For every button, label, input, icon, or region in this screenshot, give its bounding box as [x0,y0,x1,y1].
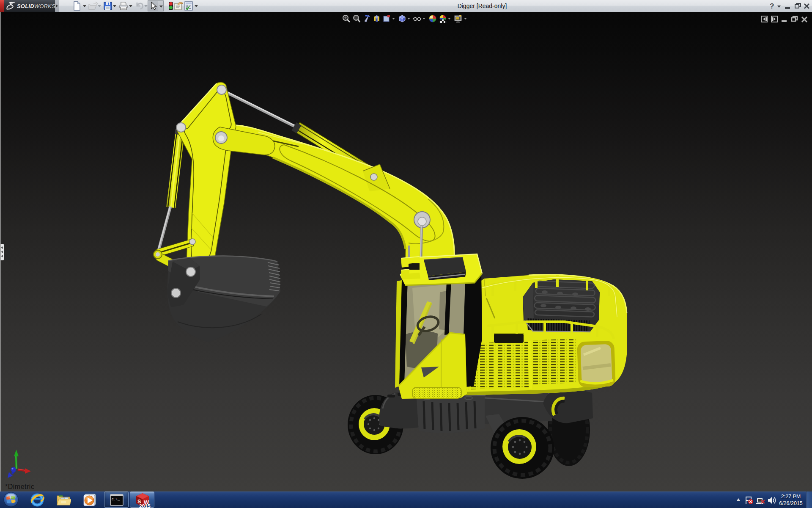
svg-text:2015: 2015 [139,503,151,508]
svg-text:?: ? [770,2,774,10]
svg-text:C:\_: C:\_ [112,497,120,501]
